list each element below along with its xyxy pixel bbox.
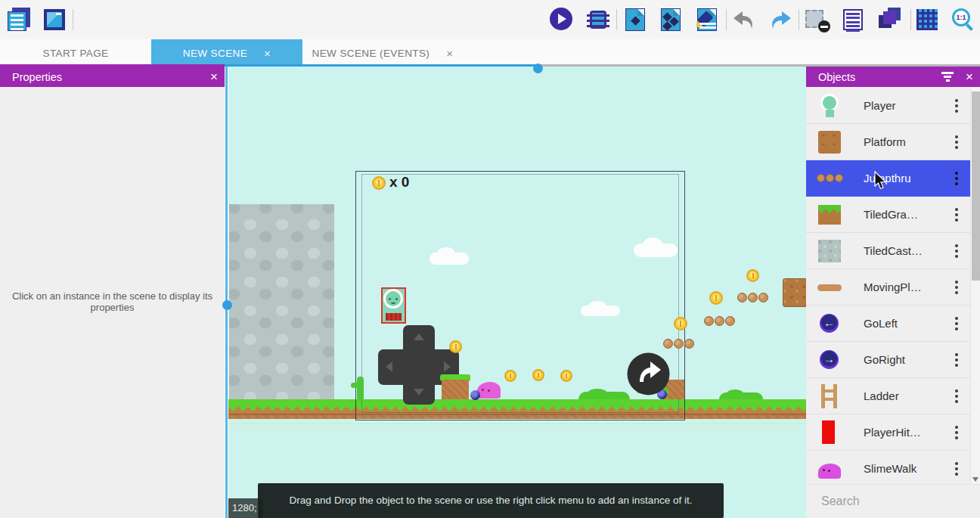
add-object-icon[interactable] [624, 8, 648, 32]
tiled-grass-object-icon [817, 202, 842, 228]
close-icon[interactable]: × [959, 70, 980, 85]
edit-scene-properties-icon[interactable] [696, 8, 720, 32]
object-row-goleft[interactable]: ← GoLeft [806, 306, 970, 342]
toolbar-divider [73, 9, 73, 30]
player-hitbox-object-icon [817, 420, 842, 445]
coin-instance[interactable] [746, 269, 759, 282]
close-icon[interactable]: × [446, 47, 453, 60]
drag-drop-tooltip: Drag and Drop the object to the scene or… [258, 483, 724, 518]
row-menu-icon[interactable] [943, 322, 970, 325]
row-menu-icon[interactable] [943, 286, 970, 289]
instances-list-icon[interactable] [842, 8, 866, 32]
jumpthru-instance[interactable] [663, 339, 694, 349]
object-row-movingplatform[interactable]: MovingPl… [806, 269, 970, 306]
go-left-object-icon: ← [817, 311, 842, 337]
guide-line [228, 423, 806, 424]
toolbar-divider [726, 9, 727, 30]
scrollbar-down-arrow-icon[interactable] [972, 477, 978, 482]
row-menu-icon[interactable] [943, 250, 970, 253]
jumpthru-instance[interactable] [704, 316, 735, 326]
zoom-1-1-icon[interactable]: 1:1 [951, 8, 975, 32]
row-menu-icon[interactable] [943, 431, 970, 434]
filter-icon[interactable] [936, 67, 959, 87]
jump-button-instance[interactable] [627, 352, 670, 395]
mouse-cursor [873, 171, 888, 191]
add-multiple-objects-icon[interactable] [659, 8, 684, 32]
object-row-ladder[interactable]: Ladder [806, 378, 970, 414]
player-helmet [383, 289, 403, 309]
row-menu-icon[interactable] [943, 467, 970, 470]
object-row-player[interactable]: Player [806, 88, 970, 124]
object-row-tiledgrass[interactable]: TiledGra… [806, 197, 970, 233]
tiled-castle-instance[interactable] [229, 204, 334, 401]
layers-icon[interactable] [877, 8, 901, 32]
coin-instance[interactable] [504, 370, 516, 382]
tab-label: NEW SCENE [183, 48, 247, 59]
row-menu-icon[interactable] [943, 213, 970, 216]
coin-instance[interactable] [449, 340, 462, 353]
cactus-instance[interactable] [351, 377, 368, 401]
player-instance-selected[interactable] [381, 287, 406, 324]
delete-instances-icon[interactable] [805, 8, 829, 32]
object-row-platform[interactable]: Platform [806, 124, 970, 160]
scrollbar-thumb[interactable] [972, 92, 980, 281]
properties-panel: Properties × Click on an instance in the… [0, 67, 225, 518]
object-row-playerhitbox[interactable]: PlayerHit… [806, 414, 970, 451]
object-row-tiledcastle[interactable]: TiledCast… [806, 233, 970, 269]
object-row-slimewalk[interactable]: SlimeWalk [806, 451, 970, 484]
start-page-icon[interactable] [44, 8, 68, 32]
platform-instance[interactable] [783, 278, 806, 307]
platform-block-instance[interactable] [442, 380, 469, 399]
guide-line [228, 430, 806, 430]
scene-canvas[interactable]: x 0 [228, 67, 806, 518]
bush-instance[interactable] [578, 392, 630, 399]
row-menu-icon[interactable] [943, 358, 970, 361]
objects-panel: Objects × Player Platform Jumpthru [806, 67, 980, 518]
play-icon[interactable] [550, 8, 574, 32]
curved-arrow-icon [627, 352, 670, 395]
ladder-object-icon [817, 383, 842, 409]
hud-coin-icon[interactable] [372, 176, 386, 190]
coin-instance[interactable] [674, 317, 687, 330]
close-icon[interactable]: × [264, 47, 271, 60]
toolbar-divider [910, 9, 911, 30]
tab-new-scene-events[interactable]: NEW SCENE (EVENTS) × [302, 39, 463, 67]
object-row-goright[interactable]: → GoRight [806, 342, 970, 378]
row-menu-icon[interactable] [943, 177, 970, 180]
tab-new-scene[interactable]: NEW SCENE × [151, 39, 302, 67]
hud-coin-counter: x 0 [389, 174, 409, 191]
spike-ball-instance[interactable] [470, 390, 480, 400]
close-icon[interactable]: × [203, 70, 225, 85]
splitter-handle-dot-left[interactable] [222, 300, 232, 310]
row-menu-icon[interactable] [943, 395, 970, 398]
object-row-jumpthru[interactable]: Jumpthru [806, 160, 970, 197]
splitter-handle-dot-top[interactable] [533, 64, 543, 73]
slime-object-icon [817, 456, 842, 482]
dpad-up-arrow-icon [414, 333, 424, 340]
dpad-down-arrow-icon [414, 389, 424, 395]
grid-icon[interactable] [916, 8, 940, 32]
undo-icon[interactable] [732, 8, 756, 32]
properties-panel-header: Properties × [0, 67, 225, 87]
player-shorts [386, 313, 402, 321]
row-menu-icon[interactable] [943, 141, 970, 144]
properties-panel-title: Properties [0, 71, 203, 83]
search-input[interactable] [806, 495, 978, 508]
tab-start-page[interactable]: START PAGE [0, 39, 151, 67]
jumpthru-object-icon [817, 166, 842, 191]
properties-empty-message: Click on an instance in the scene to dis… [0, 290, 225, 313]
platform-object-icon [817, 129, 842, 155]
debug-icon[interactable] [587, 8, 611, 32]
bush-instance[interactable] [719, 392, 763, 399]
slime-instance[interactable] [477, 382, 501, 399]
project-manager-icon[interactable] [8, 8, 32, 32]
objects-panel-header: Objects × [806, 67, 980, 87]
row-menu-icon[interactable] [943, 104, 970, 107]
jumpthru-instance[interactable] [737, 293, 768, 302]
redo-icon[interactable] [768, 8, 792, 32]
coin-instance[interactable] [709, 291, 723, 305]
go-right-object-icon: → [817, 347, 842, 373]
coin-instance[interactable] [532, 369, 544, 381]
objects-scrollbar[interactable] [970, 88, 980, 484]
coin-instance[interactable] [560, 370, 572, 382]
